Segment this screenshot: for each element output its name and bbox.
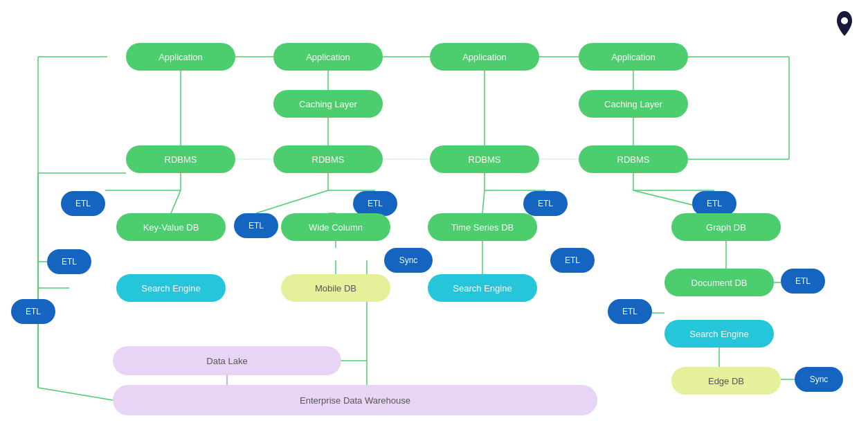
node-sync2: Sync: [384, 248, 433, 273]
node-etl4a: ETL: [692, 191, 736, 216]
node-app4: Application: [579, 43, 688, 71]
node-edgedb4: Edge DB: [671, 367, 781, 395]
node-docdb4: Document DB: [664, 269, 774, 296]
node-etl3b: ETL: [550, 248, 595, 273]
node-etl3a: ETL: [523, 191, 568, 216]
node-sync4: Sync: [795, 367, 843, 392]
node-datalake: Data Lake: [113, 346, 341, 375]
node-etl4c: ETL: [608, 299, 652, 324]
node-rdbms2: RDBMS: [273, 145, 383, 173]
node-etl1b: ETL: [47, 249, 91, 274]
node-rdbms3: RDBMS: [430, 145, 539, 173]
node-etl4b: ETL: [781, 269, 825, 294]
logo: [835, 10, 854, 35]
node-cache2: Caching Layer: [273, 90, 383, 118]
node-se4: Search Engine: [664, 320, 774, 348]
node-se1: Search Engine: [116, 274, 226, 302]
node-app2: Application: [273, 43, 383, 71]
node-rdbms1: RDBMS: [126, 145, 235, 173]
svg-line-17: [256, 190, 328, 213]
diagram: ApplicationApplicationApplicationApplica…: [0, 0, 868, 432]
node-kvdb1: Key-Value DB: [116, 213, 226, 241]
node-etl2a: ETL: [353, 191, 397, 216]
node-etl1c: ETL: [11, 299, 55, 324]
node-app3: Application: [430, 43, 539, 71]
node-etl1a: ETL: [61, 191, 105, 216]
node-app1: Application: [126, 43, 235, 71]
node-rdbms4: RDBMS: [579, 145, 688, 173]
node-wcol2: Wide Column: [281, 213, 390, 241]
svg-point-44: [841, 17, 848, 24]
svg-line-40: [38, 388, 113, 400]
node-cache4: Caching Layer: [579, 90, 688, 118]
node-mobiledb2: Mobile DB: [281, 274, 390, 302]
node-etl2b: ETL: [234, 213, 278, 238]
node-tsdb3: Time Series DB: [428, 213, 537, 241]
node-se3: Search Engine: [428, 274, 537, 302]
node-edw: Enterprise Data Warehouse: [113, 385, 597, 415]
svg-line-9: [171, 190, 181, 213]
node-graphdb4: Graph DB: [671, 213, 781, 241]
svg-line-21: [482, 190, 485, 213]
